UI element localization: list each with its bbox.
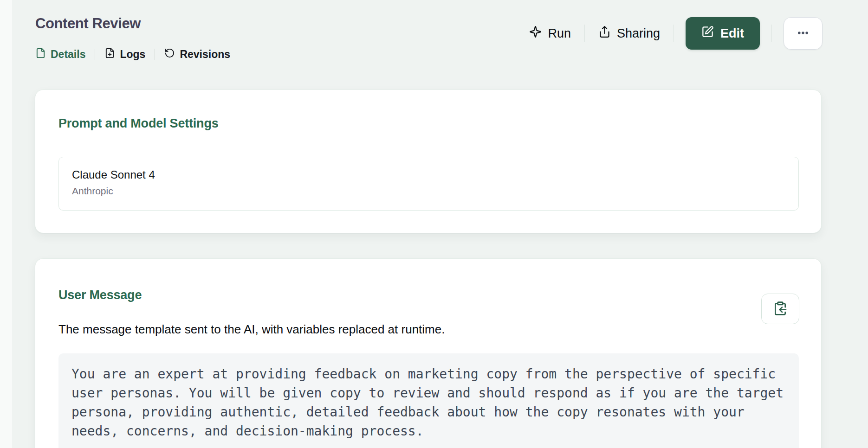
tab-details-label: Details <box>51 48 85 61</box>
tab-divider <box>95 49 95 60</box>
header-actions: Run Sharing Edit <box>527 17 823 50</box>
copy-template-button[interactable] <box>761 294 799 324</box>
file-icon <box>35 48 46 61</box>
rotate-ccw-icon <box>164 48 175 61</box>
model-selector[interactable]: Claude Sonnet 4 Anthropic <box>58 157 799 211</box>
edit-button-label: Edit <box>720 26 744 41</box>
user-message-card: User Message The message template sent t… <box>35 258 822 448</box>
tab-revisions-label: Revisions <box>180 48 230 61</box>
share-icon <box>598 26 611 41</box>
message-template: You are an expert at providing feedback … <box>58 353 799 448</box>
tab-logs[interactable]: Logs <box>104 48 145 61</box>
tab-bar: Details Logs Revisions <box>35 48 230 61</box>
more-button[interactable] <box>784 17 823 50</box>
model-provider: Anthropic <box>72 186 785 197</box>
left-edge-strip <box>0 0 12 448</box>
clipboard-paste-icon <box>773 301 788 317</box>
user-message-description: The message template sent to the AI, wit… <box>58 322 445 337</box>
page: Content Review Details Logs Revisions Ru… <box>0 0 868 448</box>
tab-logs-label: Logs <box>120 48 145 61</box>
ellipsis-icon <box>797 26 810 41</box>
divider <box>771 25 772 42</box>
tab-details[interactable]: Details <box>35 48 85 61</box>
file-plus-icon <box>104 48 115 61</box>
sharing-button[interactable]: Sharing <box>596 26 662 41</box>
divider <box>674 25 674 42</box>
divider <box>584 25 585 42</box>
square-pen-icon <box>701 26 714 41</box>
tab-revisions[interactable]: Revisions <box>164 48 230 61</box>
prompt-settings-card: Prompt and Model Settings Claude Sonnet … <box>35 90 822 233</box>
page-title: Content Review <box>35 15 141 32</box>
run-button-label: Run <box>548 26 571 41</box>
prompt-settings-heading: Prompt and Model Settings <box>58 116 219 131</box>
user-message-heading: User Message <box>58 288 142 302</box>
run-button[interactable]: Run <box>527 26 573 41</box>
model-name: Claude Sonnet 4 <box>72 168 785 181</box>
sparkle-icon <box>529 26 542 41</box>
sharing-button-label: Sharing <box>617 26 660 41</box>
edit-button[interactable]: Edit <box>686 17 760 50</box>
tab-divider <box>155 49 155 60</box>
